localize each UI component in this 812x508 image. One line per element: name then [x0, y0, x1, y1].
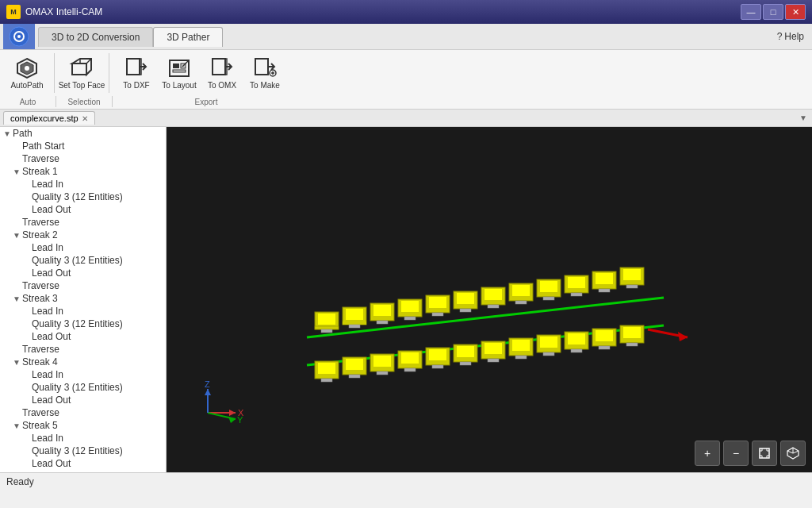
tree-item[interactable]: Quality 3 (12 Entities)	[0, 381, 166, 394]
main-area: ▼PathPath StartTraverse▼Streak 1Lead InQ…	[0, 127, 812, 472]
tomake-button[interactable]: To Make	[244, 53, 285, 93]
tree-item[interactable]: ▼Streak 4	[0, 356, 166, 368]
help-button[interactable]: ? Help	[769, 31, 812, 42]
svg-rect-57	[543, 297, 554, 300]
tree-item[interactable]: Lead Out	[0, 267, 166, 279]
toolbar-selection-group: Set Top Face	[61, 53, 109, 93]
svg-rect-15	[173, 70, 186, 72]
svg-rect-86	[485, 343, 502, 354]
svg-text:Y: Y	[237, 415, 243, 425]
tree-item-text: Traverse	[22, 344, 59, 355]
svg-rect-19	[255, 59, 268, 75]
svg-rect-89	[512, 340, 530, 351]
tree-item[interactable]: Traverse	[0, 279, 166, 292]
titlebar-controls: — □ ✕	[741, 4, 806, 20]
tree-item[interactable]: Lead Out	[0, 330, 166, 343]
maximize-button[interactable]: □	[763, 4, 783, 20]
tab-3d-to-2d[interactable]: 3D to 2D Conversion	[38, 27, 153, 47]
tree-item[interactable]: Lead In	[0, 305, 166, 318]
tree-toggle-icon[interactable]: ▼	[13, 294, 22, 303]
document-tab-arrow[interactable]: ▼	[795, 114, 812, 122]
settopface-button[interactable]: Set Top Face	[61, 53, 102, 93]
auto-group-label: Auto	[6, 98, 49, 106]
tree-item[interactable]: ▼Streak 3	[0, 292, 166, 305]
document-tab-close[interactable]: ✕	[82, 114, 88, 123]
tree-item[interactable]: Lead Out	[0, 394, 166, 406]
3d-viewport[interactable]: OMAX	[167, 127, 812, 472]
tree-item[interactable]: Traverse	[0, 406, 166, 419]
svg-rect-41	[401, 301, 419, 312]
tolayout-button[interactable]: To Layout	[159, 53, 200, 93]
zoom-out-button[interactable]: −	[723, 441, 749, 466]
close-button[interactable]: ✕	[785, 4, 806, 20]
3d-cube-button[interactable]	[780, 441, 806, 466]
tree-item[interactable]: Lead In	[0, 241, 166, 254]
tree-item-text: Traverse	[22, 407, 59, 418]
tree-toggle-icon[interactable]: ▼	[13, 167, 22, 176]
todxf-button[interactable]: To DXF	[116, 53, 157, 93]
viewport-controls: + −	[695, 441, 806, 466]
todxf-icon	[124, 56, 149, 81]
tree-toggle-icon[interactable]: ▼	[13, 358, 22, 367]
toomx-icon	[209, 56, 235, 81]
svg-rect-74	[373, 356, 391, 367]
tree-item[interactable]: Path Start	[0, 140, 166, 152]
tree-item[interactable]: Quality 3 (12 Entities)	[0, 254, 166, 267]
tree-item-text: Lead In	[32, 242, 63, 253]
tree-item[interactable]: Lead Out	[0, 203, 166, 216]
tree-item[interactable]: Traverse	[0, 343, 166, 356]
svg-rect-51	[488, 305, 499, 308]
autopath-button[interactable]: AutoPath	[6, 53, 48, 93]
svg-rect-17	[213, 59, 225, 75]
tree-item-text: Traverse	[22, 280, 59, 291]
tree-item[interactable]: Quality 3 (12 Entities)	[0, 318, 166, 330]
tree-item[interactable]: ▼Path	[0, 127, 166, 140]
svg-rect-34	[346, 309, 363, 320]
tree-item-text: Lead Out	[32, 204, 71, 215]
tree-item-text: Quality 3 (12 Entities)	[32, 382, 123, 393]
svg-rect-93	[543, 352, 554, 356]
3d-scene-svg: X Y Z	[167, 127, 812, 472]
svg-rect-56	[540, 281, 557, 292]
tree-item-text: Lead Out	[32, 458, 71, 469]
tree-item-text: Lead In	[32, 306, 63, 317]
tree-toggle-icon[interactable]: ▼	[3, 129, 13, 138]
minimize-button[interactable]: —	[741, 4, 761, 20]
tree-item[interactable]: Lead In	[0, 432, 166, 444]
tree-toggle-icon[interactable]: ▼	[13, 421, 22, 430]
svg-rect-31	[315, 326, 339, 329]
autopath-label: AutoPath	[10, 81, 43, 90]
svg-rect-90	[515, 356, 527, 359]
svg-rect-39	[377, 321, 388, 324]
tree-item-text: Quality 3 (12 Entities)	[32, 191, 123, 202]
tree-item[interactable]: Lead Out	[0, 457, 166, 470]
tomake-label: To Make	[250, 81, 280, 90]
tab-3d-pather[interactable]: 3D Pather	[153, 27, 223, 47]
svg-rect-54	[515, 301, 527, 304]
svg-text:Z: Z	[205, 379, 210, 389]
titlebar-left: M OMAX Intelli-CAM	[6, 5, 102, 19]
tree-item[interactable]: Traverse	[0, 216, 166, 229]
svg-rect-84	[460, 362, 471, 365]
tree-toggle-icon[interactable]: ▼	[13, 231, 22, 240]
tree-item[interactable]: Quality 3 (12 Entities)	[0, 444, 166, 457]
document-tab[interactable]: complexcurve.stp ✕	[3, 111, 95, 125]
tree-item-text: Streak 2	[22, 229, 58, 241]
app-title: OMAX Intelli-CAM	[25, 6, 102, 17]
zoom-in-button[interactable]: +	[695, 441, 720, 466]
toomx-button[interactable]: To OMX	[201, 53, 243, 93]
tree-item[interactable]: Lead In	[0, 368, 166, 381]
tree-item[interactable]: Lead In	[0, 178, 166, 190]
svg-rect-53	[512, 285, 530, 296]
tree-item[interactable]: Quality 3 (12 Entities)	[0, 190, 166, 203]
tree-container[interactable]: ▼PathPath StartTraverse▼Streak 1Lead InQ…	[0, 127, 166, 472]
tolayout-icon	[167, 56, 192, 81]
tree-item[interactable]: ▼Streak 1	[0, 165, 166, 178]
svg-rect-30	[318, 314, 335, 325]
tree-item[interactable]: Traverse	[0, 152, 166, 165]
fit-view-button[interactable]	[752, 441, 777, 466]
tolayout-label: To Layout	[162, 81, 196, 90]
tabs-row: 3D to 2D Conversion 3D Pather ? Help	[0, 24, 812, 50]
tree-item[interactable]: ▼Streak 2	[0, 229, 166, 241]
tree-item[interactable]: ▼Streak 5	[0, 419, 166, 432]
